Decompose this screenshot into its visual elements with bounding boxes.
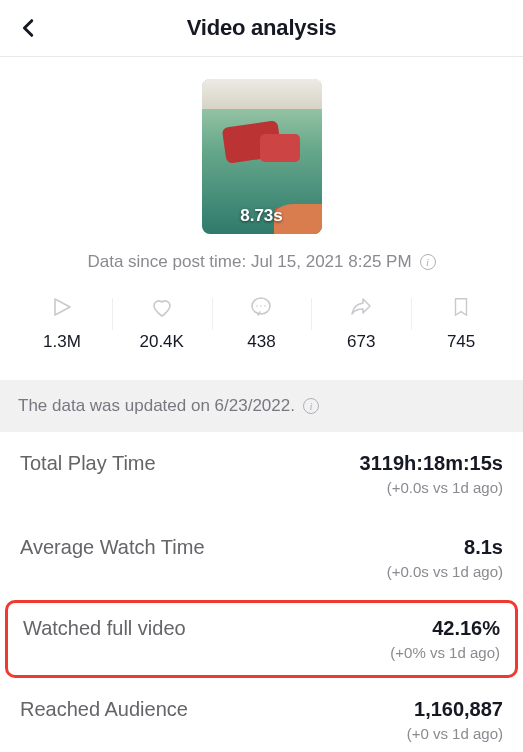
video-duration: 8.73s (202, 206, 322, 226)
back-button[interactable] (18, 17, 40, 39)
play-icon (50, 294, 74, 320)
header: Video analysis (0, 0, 523, 56)
stat-likes-value: 20.4K (139, 332, 183, 352)
stat-comments[interactable]: 438 (212, 294, 312, 352)
metric-label: Watched full video (23, 617, 186, 640)
metric-delta: (+0.0s vs 1d ago) (360, 479, 503, 496)
post-time-row: Data since post time: Jul 15, 2021 8:25 … (0, 252, 523, 272)
svg-marker-0 (55, 299, 70, 315)
page-title: Video analysis (187, 15, 337, 41)
metric-average-watch-time[interactable]: Average Watch Time 8.1s (+0.0s vs 1d ago… (0, 516, 523, 600)
svg-point-3 (261, 305, 263, 307)
metric-value: 8.1s (387, 536, 503, 559)
metric-value: 42.16% (390, 617, 500, 640)
stat-shares-value: 673 (347, 332, 375, 352)
metric-value: 1,160,887 (407, 698, 503, 721)
metric-label: Reached Audience (20, 698, 188, 721)
metric-label: Average Watch Time (20, 536, 205, 559)
divider (0, 56, 523, 57)
post-time-text: Data since post time: Jul 15, 2021 8:25 … (87, 252, 411, 272)
stat-likes[interactable]: 20.4K (112, 294, 212, 352)
share-icon (348, 294, 374, 320)
metric-label: Total Play Time (20, 452, 156, 475)
info-icon[interactable]: i (420, 254, 436, 270)
svg-point-4 (265, 305, 267, 307)
heart-icon (149, 294, 175, 320)
metric-total-play-time[interactable]: Total Play Time 3119h:18m:15s (+0.0s vs … (0, 432, 523, 516)
comment-icon (248, 294, 274, 320)
stat-saves-value: 745 (447, 332, 475, 352)
highlight-watched-full-video: Watched full video 42.16% (+0% vs 1d ago… (5, 600, 518, 678)
metric-delta: (+0.0s vs 1d ago) (387, 563, 503, 580)
stats-row: 1.3M 20.4K 438 673 745 (0, 294, 523, 380)
video-thumbnail[interactable]: 8.73s (202, 79, 322, 234)
metric-watched-full-video[interactable]: Watched full video 42.16% (+0% vs 1d ago… (8, 603, 515, 675)
stat-comments-value: 438 (247, 332, 275, 352)
stat-saves[interactable]: 745 (411, 294, 511, 352)
stat-plays-value: 1.3M (43, 332, 81, 352)
chevron-left-icon (18, 17, 40, 39)
metric-delta: (+0 vs 1d ago) (407, 725, 503, 742)
update-bar-text: The data was updated on 6/23/2022. (18, 396, 295, 416)
metric-value: 3119h:18m:15s (360, 452, 503, 475)
metric-delta: (+0% vs 1d ago) (390, 644, 500, 661)
stat-shares[interactable]: 673 (311, 294, 411, 352)
stat-plays[interactable]: 1.3M (12, 294, 112, 352)
info-icon[interactable]: i (303, 398, 319, 414)
metric-reached-audience[interactable]: Reached Audience 1,160,887 (+0 vs 1d ago… (0, 678, 523, 752)
update-bar: The data was updated on 6/23/2022. i (0, 380, 523, 432)
bookmark-icon (450, 294, 472, 320)
svg-point-2 (257, 305, 259, 307)
